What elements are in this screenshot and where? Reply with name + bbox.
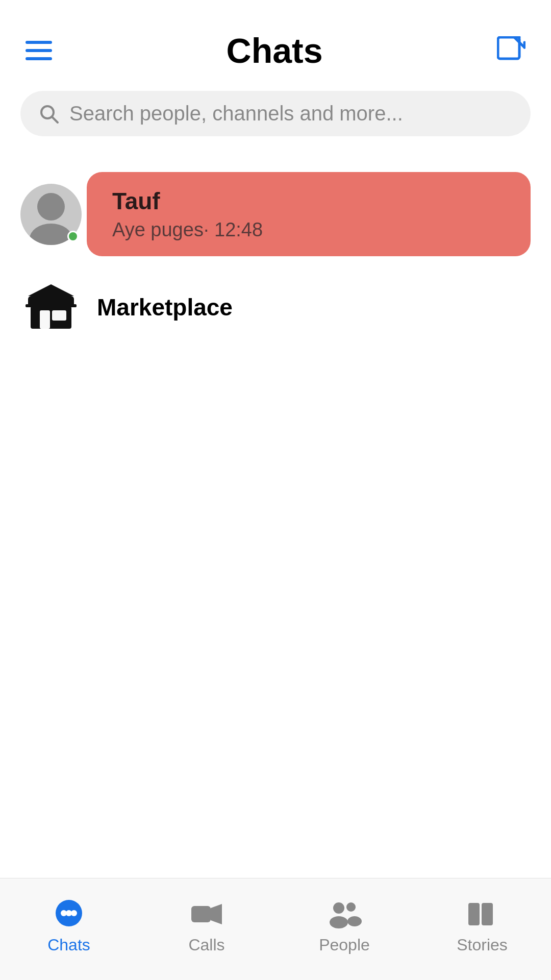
stories-nav-label: Stories [457, 936, 508, 954]
chats-nav-label: Chats [47, 936, 90, 954]
svg-point-7 [30, 224, 72, 245]
svg-marker-12 [28, 284, 74, 296]
header: Chats [0, 0, 551, 86]
nav-item-people[interactable]: People [276, 899, 413, 954]
chat-list: Tauf Aye puges· 12:48 Marketplace [0, 152, 551, 358]
chat-item-tauf[interactable]: Tauf Aye puges· 12:48 [0, 162, 551, 266]
search-placeholder: Search people, channels and more... [69, 102, 403, 125]
svg-marker-19 [211, 904, 222, 924]
svg-rect-11 [52, 310, 66, 321]
svg-rect-24 [468, 903, 480, 925]
nav-item-chats[interactable]: Chats [0, 899, 138, 954]
people-nav-label: People [319, 936, 370, 954]
svg-point-22 [346, 902, 356, 912]
svg-point-17 [71, 910, 77, 916]
chat-highlight-bubble: Tauf Aye puges· 12:48 [87, 172, 531, 256]
marketplace-icon [20, 277, 82, 338]
search-container: Search people, channels and more... [20, 91, 531, 136]
menu-button[interactable] [26, 41, 52, 60]
svg-point-21 [330, 916, 348, 928]
chat-name: Tauf [112, 187, 505, 215]
compose-button[interactable] [497, 36, 525, 65]
svg-point-6 [37, 193, 65, 220]
avatar-tauf [20, 184, 82, 245]
chat-item-marketplace[interactable]: Marketplace [0, 266, 551, 348]
chat-preview: Aye puges· 12:48 [112, 219, 505, 241]
chats-nav-icon [51, 899, 87, 929]
marketplace-label: Marketplace [97, 293, 233, 321]
svg-rect-25 [482, 903, 493, 925]
svg-line-5 [52, 117, 58, 122]
calls-nav-icon [189, 899, 224, 929]
search-bar[interactable]: Search people, channels and more... [20, 91, 531, 136]
marketplace-store-icon [26, 282, 77, 333]
search-icon [39, 104, 59, 124]
svg-point-23 [347, 916, 362, 926]
online-indicator [67, 231, 79, 242]
people-nav-icon [327, 899, 362, 929]
page-title: Chats [227, 31, 323, 70]
nav-item-stories[interactable]: Stories [413, 899, 551, 954]
nav-item-calls[interactable]: Calls [138, 899, 276, 954]
svg-rect-18 [191, 906, 211, 922]
svg-rect-10 [40, 310, 50, 329]
svg-rect-13 [26, 304, 77, 307]
svg-point-20 [333, 902, 344, 914]
calls-nav-label: Calls [188, 936, 224, 954]
stories-nav-icon [464, 899, 500, 929]
bottom-navigation: Chats Calls People [0, 878, 551, 980]
